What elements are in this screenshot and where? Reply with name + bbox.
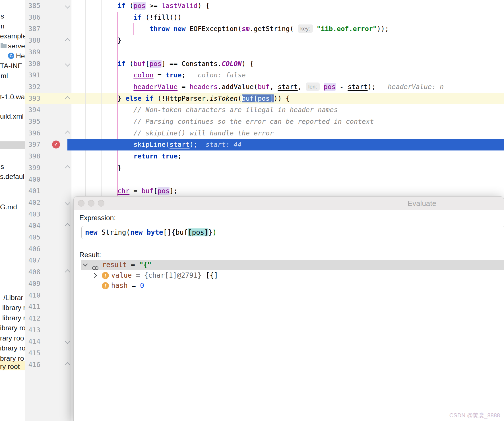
line-number[interactable]: 407 xyxy=(25,255,40,266)
code-line-399[interactable]: } xyxy=(69,162,121,174)
tree-item[interactable]: /Librar xyxy=(3,294,23,302)
tree-item[interactable]: rary roo xyxy=(0,334,24,342)
minimize-icon[interactable] xyxy=(88,200,94,207)
code-token xyxy=(69,187,117,195)
code-line-397[interactable]: skipLine(start); start: 44 xyxy=(69,139,242,150)
tree-item[interactable]: ibrary ro xyxy=(0,324,26,332)
line-number[interactable]: 390 xyxy=(25,58,40,70)
line-number[interactable]: 389 xyxy=(25,46,40,58)
code-line-392[interactable]: headerValue = headers.addValue(buf, star… xyxy=(69,81,444,93)
line-number[interactable]: 388 xyxy=(25,35,40,46)
fold-up-icon[interactable] xyxy=(65,269,70,275)
line-number[interactable]: 385 xyxy=(25,0,40,12)
chevron-right-icon[interactable] xyxy=(92,273,97,278)
line-number[interactable]: 410 xyxy=(25,290,40,301)
line-number[interactable]: 391 xyxy=(25,69,40,81)
tree-item[interactable]: brary ro xyxy=(0,354,24,363)
code-token: .addValue( xyxy=(218,83,258,91)
code-line-394[interactable]: // Non-token characters are illegal in h… xyxy=(69,104,338,116)
tree-item[interactable]: ml xyxy=(1,72,8,80)
chevron-down-icon[interactable] xyxy=(83,262,88,267)
line-number[interactable]: 403 xyxy=(25,209,40,220)
code-token: ] == Constants. xyxy=(162,60,222,68)
code-line-391[interactable]: colon = true; colon: false xyxy=(69,69,246,81)
line-number[interactable]: 395 xyxy=(25,116,40,127)
line-number[interactable]: 394 xyxy=(25,104,40,116)
line-number[interactable]: 405 xyxy=(25,232,40,243)
code-token xyxy=(69,60,117,68)
expression-input[interactable]: new String(new byte[]{buf[pos]}) xyxy=(81,226,504,239)
fold-up-icon[interactable] xyxy=(65,362,70,367)
code-token: []{buf xyxy=(163,228,188,236)
tree-item[interactable]: uild.xml xyxy=(0,112,24,121)
code-line-388[interactable]: } xyxy=(69,35,121,46)
line-number[interactable]: 387 xyxy=(25,23,40,35)
line-number[interactable]: 398 xyxy=(25,150,40,162)
code-token: buf xyxy=(142,187,154,195)
tree-item[interactable]: n xyxy=(1,22,5,30)
tree-item[interactable]: G.md xyxy=(0,203,17,211)
tree-item[interactable]: s.defaul xyxy=(0,172,24,181)
result-row-value[interactable]: fvalue = {char[1]@2791} [{] xyxy=(81,270,504,281)
line-number[interactable]: 401 xyxy=(25,185,40,197)
code-token: start xyxy=(170,141,189,148)
code-token: ( xyxy=(125,2,133,10)
code-token: ; xyxy=(177,152,181,160)
code-token: ( xyxy=(125,60,133,68)
tree-item[interactable]: library r xyxy=(2,304,26,312)
code-token: return xyxy=(133,152,158,160)
maximize-icon[interactable] xyxy=(98,200,104,207)
code-token xyxy=(69,106,133,114)
tree-item[interactable]: s xyxy=(1,162,4,171)
tree-item[interactable]: example xyxy=(0,32,26,40)
line-number[interactable]: 412 xyxy=(25,313,40,324)
result-label: Result: xyxy=(79,251,101,259)
line-number[interactable]: 411 xyxy=(25,301,40,313)
line-number[interactable]: 416 xyxy=(25,359,40,371)
code-line-387[interactable]: throw new EOFException(sm.getString( key… xyxy=(69,23,389,35)
code-line-385[interactable]: if (pos >= lastValid) { xyxy=(69,0,210,12)
line-number[interactable]: 392 xyxy=(25,81,40,93)
dialog-titlebar[interactable]: Evaluate xyxy=(74,197,504,210)
code-line-386[interactable]: if (!fill()) xyxy=(69,12,181,23)
result-row-result[interactable]: result = "{" xyxy=(81,260,504,270)
line-number[interactable]: 396 xyxy=(25,127,40,139)
tree-item[interactable]: ry root xyxy=(0,362,20,371)
code-line-390[interactable]: if (buf[pos] == Constants.COLON) { xyxy=(69,58,254,70)
code-line-393[interactable]: } else if (!HttpParser.isToken(buf[pos])… xyxy=(69,93,290,104)
line-number[interactable]: 406 xyxy=(25,243,40,255)
tree-item[interactable]: ibrary ro xyxy=(0,344,26,352)
code-token xyxy=(313,25,317,33)
line-number[interactable]: 397 xyxy=(25,139,40,150)
line-number[interactable]: 413 xyxy=(25,324,40,336)
line-number[interactable]: 399 xyxy=(25,162,40,174)
line-number[interactable]: 400 xyxy=(25,174,40,185)
line-number[interactable]: 404 xyxy=(25,220,40,232)
code-line-396[interactable]: // skipLine() will handle the error xyxy=(69,127,274,139)
line-number[interactable]: 393 xyxy=(25,93,40,104)
tree-item[interactable]: s xyxy=(1,12,4,20)
line-number[interactable]: 415 xyxy=(25,347,40,359)
tree-item[interactable]: He xyxy=(16,52,25,60)
line-number[interactable]: 402 xyxy=(25,197,40,209)
code-line-395[interactable]: // Parsing continues so the error can be… xyxy=(69,116,374,127)
code-token: - xyxy=(336,83,348,91)
line-number[interactable]: 386 xyxy=(25,12,40,23)
fold-up-icon[interactable] xyxy=(65,223,70,228)
line-number[interactable]: 414 xyxy=(25,336,40,347)
breakpoint-icon[interactable] xyxy=(52,141,60,148)
line-number[interactable]: 409 xyxy=(25,278,40,290)
line-number[interactable]: 408 xyxy=(25,266,40,278)
tree-item[interactable]: servel xyxy=(8,42,26,50)
tree-selected-item[interactable] xyxy=(0,141,25,149)
close-icon[interactable] xyxy=(78,200,84,207)
tree-item[interactable]: t-1.0.wa xyxy=(0,93,25,101)
result-row-hash[interactable]: fhash = 0 xyxy=(81,280,504,291)
code-token: byte xyxy=(147,228,163,236)
fold-down-icon[interactable] xyxy=(65,200,70,205)
fold-down-icon[interactable] xyxy=(65,339,70,344)
tree-item[interactable]: TA-INF xyxy=(0,62,22,70)
code-line-401[interactable]: chr = buf[pos]; xyxy=(69,185,177,197)
code-line-398[interactable]: return true; xyxy=(69,150,181,162)
tree-item[interactable]: library r xyxy=(2,314,26,322)
